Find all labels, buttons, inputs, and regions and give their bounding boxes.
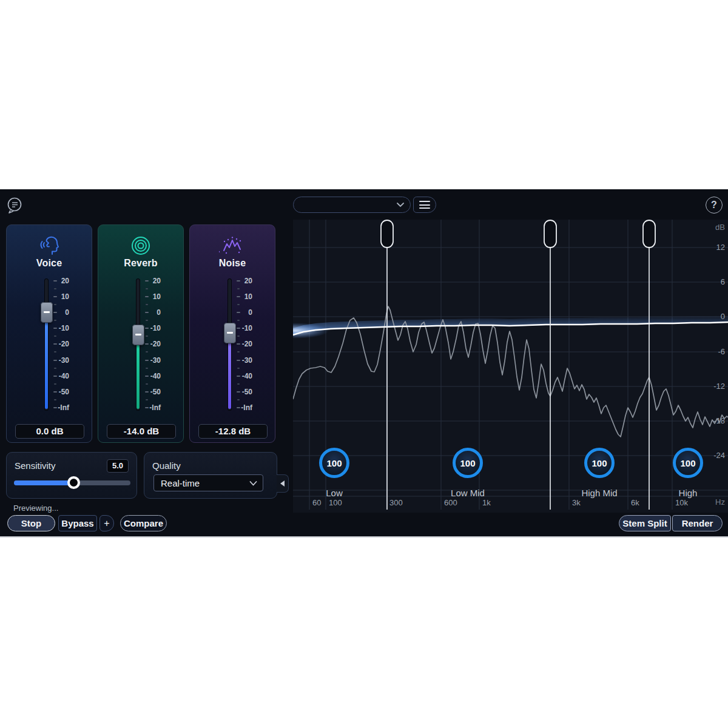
spectrum-graph: dB1260-6-12-18-24Hz601003006001k3k6k10k1… [293, 220, 728, 513]
fader-minor-tick [146, 351, 148, 352]
y-axis-label: -12 [701, 382, 725, 391]
compare-button[interactable]: Compare [120, 515, 167, 531]
fader-scale-label: -40 [226, 372, 252, 380]
preset-dropdown[interactable] [293, 197, 411, 213]
fader-minor-tick [54, 399, 56, 400]
fader-scale-label: -30 [226, 356, 252, 365]
band-gain-knob[interactable]: 100 [673, 448, 703, 478]
fader-minor-tick [54, 383, 56, 385]
fader-minor-tick [146, 335, 148, 337]
fader-minor-tick [237, 383, 240, 385]
fader-minor-tick [54, 320, 56, 321]
fader-scale-label: -Inf [226, 403, 252, 412]
sensitivity-value[interactable]: 5.0 [107, 459, 129, 473]
fader-minor-tick [237, 368, 240, 369]
noise-fader[interactable]: 20100-10-20-30-40-50-Inf [190, 225, 275, 442]
fader-minor-tick [54, 304, 56, 305]
fader-minor-tick [54, 351, 56, 352]
fader-scale-label: -50 [226, 388, 252, 396]
fader-scale-label: 20 [226, 277, 252, 285]
fader-minor-tick [237, 399, 240, 400]
feedback-chat-icon[interactable] [6, 197, 23, 214]
reverb-fader[interactable]: 20100-10-20-30-40-50-Inf [98, 225, 183, 442]
x-axis-label: 3k [572, 498, 581, 507]
crossover-handle[interactable] [544, 220, 556, 248]
fader-scale-label: -20 [226, 340, 252, 348]
add-button[interactable]: + [99, 515, 114, 531]
fader-scale-label: -10 [42, 324, 69, 332]
hamburger-icon [419, 201, 430, 202]
fader-minor-tick [54, 368, 56, 369]
fader-scale-label: -30 [42, 356, 69, 365]
x-axis-label: 300 [389, 498, 403, 507]
crossover-handle[interactable] [643, 220, 655, 248]
fader-minor-tick [146, 368, 148, 369]
quality-label: Quality [152, 460, 181, 471]
slider-fill [14, 480, 73, 485]
fader-scale-label: -40 [42, 372, 69, 380]
chevron-down-icon [249, 480, 257, 487]
voice-fader[interactable]: 20100-10-20-30-40-50-Inf [7, 225, 92, 442]
y-axis-label: -24 [701, 451, 725, 460]
fader-scale-label: -50 [134, 388, 161, 396]
y-axis-unit: dB [701, 223, 725, 232]
collapse-panel-button[interactable] [277, 474, 289, 493]
fader-scale-label: -20 [42, 340, 69, 348]
sensitivity-label: Sensitivity [15, 460, 56, 471]
fader-minor-tick [237, 288, 240, 289]
bypass-button[interactable]: Bypass [58, 515, 97, 531]
render-button[interactable]: Render [672, 515, 723, 531]
chevron-down-icon [397, 202, 404, 207]
fader-scale-label: -10 [134, 324, 161, 332]
band-label: Low [326, 488, 343, 498]
y-axis-label: 0 [701, 312, 725, 321]
fader-scale-label: -50 [42, 388, 69, 396]
y-axis-label: 6 [701, 277, 725, 286]
band-label: Low Mid [451, 488, 485, 498]
fader-scale-label: 0 [42, 308, 69, 317]
fader-scale-label: -20 [134, 340, 161, 348]
x-axis-label: 600 [444, 498, 457, 507]
stem-split-button[interactable]: Stem Split [619, 515, 671, 531]
fader-scale-label: -Inf [134, 403, 161, 412]
module-card-noise: Noise 20100-10-20-30-40-50-Inf -12.8 dB [189, 224, 275, 443]
fader-scale-label: 10 [42, 292, 69, 301]
x-axis-label: 6k [631, 498, 639, 507]
quality-dropdown[interactable]: Real-time [153, 474, 263, 491]
x-axis-label: 10k [675, 498, 688, 507]
band-gain-knob[interactable]: 100 [453, 448, 483, 478]
quality-dropdown-value: Real-time [161, 478, 200, 488]
fader-minor-tick [237, 335, 240, 337]
x-axis-label: 60 [312, 498, 321, 507]
preset-menu-button[interactable] [413, 197, 436, 213]
gain-value-voice[interactable]: 0.0 dB [15, 424, 84, 439]
crossover-handle[interactable] [381, 220, 393, 248]
help-icon[interactable]: ? [706, 197, 723, 214]
y-axis-label: 12 [701, 243, 725, 252]
fader-scale-label: 0 [134, 308, 161, 317]
fader-scale-label: 10 [134, 292, 161, 301]
fader-minor-tick [146, 304, 148, 305]
band-gain-knob[interactable]: 100 [319, 448, 349, 478]
stop-button[interactable]: Stop [7, 515, 55, 531]
fader-scale-label: 20 [42, 277, 69, 285]
fader-minor-tick [146, 383, 148, 385]
x-axis-label: 100 [329, 498, 342, 507]
fader-minor-tick [237, 304, 240, 305]
band-gain-knob[interactable]: 100 [584, 448, 615, 478]
sensitivity-slider[interactable] [14, 480, 130, 485]
band-label: High [679, 488, 698, 498]
slider-handle[interactable] [67, 476, 80, 489]
gain-value-noise[interactable]: -12.8 dB [198, 424, 268, 439]
fader-minor-tick [146, 320, 148, 321]
fader-minor-tick [54, 335, 56, 337]
fader-scale-label: 0 [226, 308, 252, 317]
x-axis-label: 1k [482, 498, 491, 507]
band-label: High Mid [581, 488, 617, 498]
module-card-voice: Voice 20100-10-20-30-40-50-Inf 0.0 dB [6, 224, 92, 443]
status-text: Previewing... [13, 504, 58, 513]
gain-value-reverb[interactable]: -14.0 dB [107, 424, 176, 439]
module-card-reverb: Reverb 20100-10-20-30-40-50-Inf -14.0 dB [98, 224, 184, 443]
fader-scale-label: -Inf [42, 403, 69, 412]
fader-minor-tick [237, 351, 240, 352]
